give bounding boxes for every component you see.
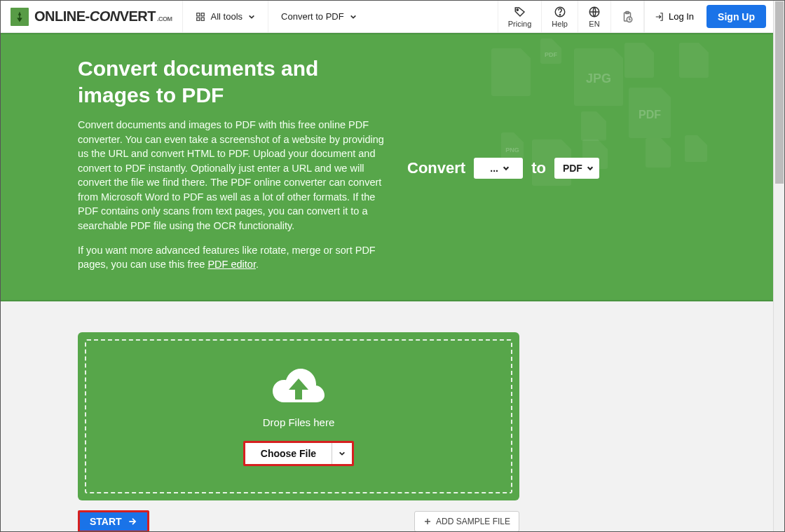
choose-file-dropdown[interactable]	[332, 443, 352, 464]
chevron-down-icon	[248, 13, 255, 20]
top-nav: ONLINE-CONVERT.COM All tools Convert to …	[1, 1, 773, 33]
upload-cloud-icon	[270, 366, 327, 411]
chevron-down-icon	[503, 165, 510, 172]
help-icon	[554, 6, 566, 18]
hero-section: Convert documents and images to PDF Conv…	[1, 33, 773, 301]
page-title: Convert documents and images to PDF	[78, 55, 386, 108]
help-link[interactable]: Help	[541, 1, 578, 32]
svg-rect-3	[201, 18, 204, 20]
all-tools-label: All tools	[211, 11, 243, 22]
chevron-down-icon	[339, 450, 346, 457]
history-link[interactable]	[610, 1, 644, 32]
pricing-link[interactable]: Pricing	[498, 1, 542, 32]
choose-file-group: Choose File	[243, 441, 354, 466]
svg-rect-0	[196, 13, 199, 15]
grid-icon	[196, 12, 205, 22]
plus-icon	[423, 517, 432, 526]
dropzone[interactable]: Drop Files here Choose File	[78, 332, 519, 500]
choose-file-button[interactable]: Choose File	[245, 443, 332, 464]
globe-icon	[588, 6, 601, 18]
convert-to-select[interactable]: PDF	[554, 158, 599, 179]
all-tools-menu[interactable]: All tools	[182, 1, 268, 32]
chevron-down-icon	[587, 165, 594, 172]
start-button[interactable]: START	[80, 512, 147, 531]
to-label: to	[531, 159, 546, 177]
add-sample-file-button[interactable]: ADD SAMPLE FILE	[414, 511, 519, 532]
convert-to-pdf-menu[interactable]: Convert to PDF	[268, 1, 369, 32]
convert-from-select[interactable]: ...	[474, 158, 523, 179]
login-button[interactable]: Log In	[644, 1, 704, 32]
login-icon	[655, 12, 664, 22]
main-area: Drop Files here Choose File START ADD SA…	[78, 332, 519, 532]
tag-icon	[514, 6, 526, 18]
page-scrollbar[interactable]	[773, 1, 784, 531]
svg-rect-1	[201, 13, 204, 15]
svg-rect-2	[196, 18, 199, 20]
hero-description-2: If you want more advanced features like …	[78, 243, 386, 272]
chevron-down-icon	[350, 13, 357, 20]
logo-icon	[11, 8, 29, 26]
language-menu[interactable]: EN	[578, 1, 610, 32]
arrow-right-icon	[128, 517, 137, 526]
convert-to-pdf-label: Convert to PDF	[281, 11, 344, 22]
brand-logo[interactable]: ONLINE-CONVERT.COM	[1, 1, 182, 32]
convert-selector: Convert ... to PDF	[407, 158, 599, 179]
start-button-wrap: START	[78, 510, 149, 532]
drop-files-label: Drop Files here	[263, 416, 335, 428]
hero-description: Convert documents and images to PDF with…	[78, 118, 386, 233]
pdf-editor-link[interactable]: PDF editor	[207, 259, 256, 270]
clipboard-clock-icon	[621, 11, 634, 23]
svg-point-4	[517, 8, 518, 10]
svg-point-6	[559, 14, 560, 15]
convert-label: Convert	[407, 159, 465, 177]
signup-button[interactable]: Sign Up	[706, 5, 766, 28]
brand-text: ONLINE-CONVERT.COM	[34, 8, 172, 25]
